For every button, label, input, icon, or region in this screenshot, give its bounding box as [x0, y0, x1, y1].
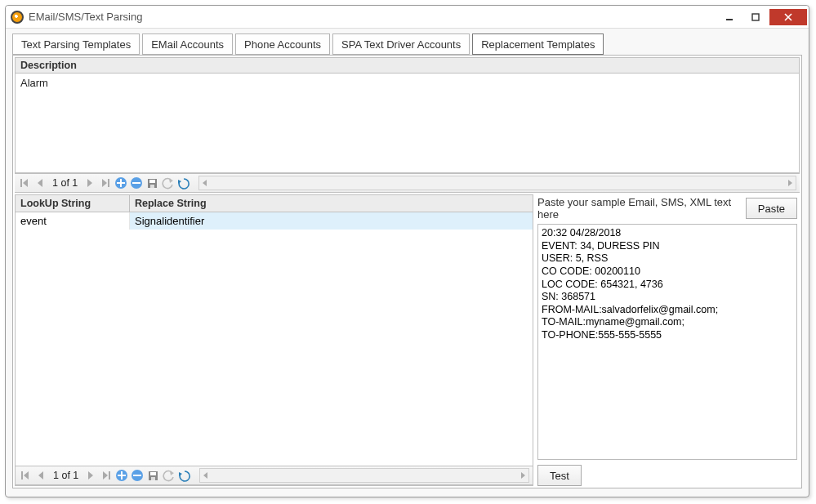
nav-last-icon[interactable] — [100, 469, 113, 482]
svg-rect-30 — [133, 475, 141, 476]
svg-rect-1 — [752, 14, 759, 20]
app-icon — [11, 11, 24, 24]
col-replace-string[interactable]: Replace String — [130, 195, 533, 212]
svg-rect-0 — [726, 19, 733, 20]
description-body[interactable]: Alarm — [16, 74, 799, 172]
svg-rect-17 — [150, 185, 154, 188]
description-row[interactable]: Alarm — [20, 77, 794, 89]
sample-top-row: Paste your sample Email, SMS, XML text h… — [537, 196, 797, 221]
tab-phone-accounts[interactable]: Phone Accounts — [235, 33, 330, 55]
minimize-button[interactable] — [717, 9, 742, 25]
svg-rect-4 — [20, 179, 22, 187]
col-lookup-string[interactable]: LookUp String — [16, 195, 130, 212]
test-row: Test — [537, 463, 797, 486]
tab-text-parsing-templates[interactable]: Text Parsing Templates — [12, 33, 140, 55]
cell-replace[interactable]: Signalidentifier — [130, 212, 533, 230]
nav-next-icon[interactable] — [83, 176, 96, 190]
replacement-columns: LookUp String Replace String — [16, 195, 533, 212]
tab-spa-text-driver-accounts[interactable]: SPA Text Driver Accounts — [332, 33, 470, 55]
svg-marker-22 — [38, 471, 43, 479]
close-icon — [783, 12, 793, 22]
svg-rect-25 — [109, 471, 110, 479]
svg-rect-14 — [132, 182, 140, 184]
svg-marker-6 — [38, 179, 42, 187]
save-icon[interactable] — [145, 176, 158, 190]
add-icon[interactable] — [115, 469, 128, 482]
test-button[interactable]: Test — [537, 465, 582, 486]
window-controls — [717, 9, 807, 25]
undo-icon[interactable] — [161, 176, 174, 190]
description-header[interactable]: Description — [16, 58, 799, 74]
tab-content: Description Alarm 1 of 1 — [12, 55, 802, 488]
svg-marker-5 — [23, 179, 28, 187]
svg-marker-8 — [102, 179, 107, 187]
svg-rect-12 — [117, 182, 125, 184]
replacement-grid: LookUp String Replace String event Signa… — [15, 194, 533, 486]
description-grid: Description Alarm — [15, 57, 800, 173]
nav-next-icon[interactable] — [84, 469, 97, 482]
nav-scrollbar[interactable] — [199, 468, 529, 483]
replacement-body[interactable]: event Signalidentifier — [16, 212, 533, 466]
maximize-icon — [751, 13, 760, 21]
sample-hint: Paste your sample Email, SMS, XML text h… — [537, 196, 741, 221]
cell-lookup[interactable]: event — [16, 212, 130, 230]
svg-rect-28 — [118, 475, 126, 476]
nav-last-icon[interactable] — [99, 176, 112, 190]
nav-prev-icon[interactable] — [34, 469, 47, 482]
svg-rect-33 — [151, 477, 155, 480]
maximize-button[interactable] — [743, 9, 768, 25]
nav-position: 1 of 1 — [53, 470, 78, 481]
bottom-navigator: 1 of 1 — [16, 466, 533, 485]
table-row[interactable]: event Signalidentifier — [16, 212, 533, 230]
tab-email-accounts[interactable]: EMail Accounts — [142, 33, 233, 55]
undo-icon[interactable] — [162, 469, 175, 482]
svg-rect-9 — [108, 179, 109, 187]
refresh-icon[interactable] — [176, 176, 190, 190]
close-button[interactable] — [769, 9, 807, 25]
svg-rect-32 — [150, 472, 156, 475]
svg-rect-20 — [21, 471, 23, 479]
nav-scrollbar[interactable] — [198, 176, 796, 190]
svg-marker-24 — [103, 471, 108, 479]
titlebar[interactable]: EMail/SMS/Text Parsing — [6, 6, 809, 29]
delete-icon[interactable] — [130, 176, 143, 190]
svg-marker-7 — [87, 179, 92, 187]
nav-first-icon[interactable] — [18, 176, 31, 190]
refresh-icon[interactable] — [177, 469, 190, 482]
tabstrip: Text Parsing Templates EMail Accounts Ph… — [12, 33, 802, 55]
top-navigator: 1 of 1 — [15, 173, 800, 193]
window-title: EMail/SMS/Text Parsing — [29, 11, 717, 23]
tab-replacement-templates[interactable]: Replacement Templates — [472, 33, 604, 55]
add-icon[interactable] — [114, 176, 127, 190]
minimize-icon — [725, 13, 734, 21]
svg-marker-23 — [88, 471, 93, 479]
lower-area: LookUp String Replace String event Signa… — [15, 194, 800, 486]
nav-first-icon[interactable] — [19, 469, 32, 482]
delete-icon[interactable] — [131, 469, 144, 482]
paste-button[interactable]: Paste — [746, 198, 797, 219]
nav-position: 1 of 1 — [52, 177, 78, 189]
svg-rect-16 — [149, 180, 155, 183]
save-icon[interactable] — [146, 469, 159, 482]
content-area: Text Parsing Templates EMail Accounts Ph… — [6, 29, 809, 497]
sample-textarea[interactable] — [537, 224, 797, 460]
window: EMail/SMS/Text Parsing Text Parsing Temp… — [5, 5, 809, 497]
sample-panel: Paste your sample Email, SMS, XML text h… — [536, 194, 800, 486]
svg-marker-21 — [24, 471, 29, 479]
nav-prev-icon[interactable] — [33, 176, 47, 190]
